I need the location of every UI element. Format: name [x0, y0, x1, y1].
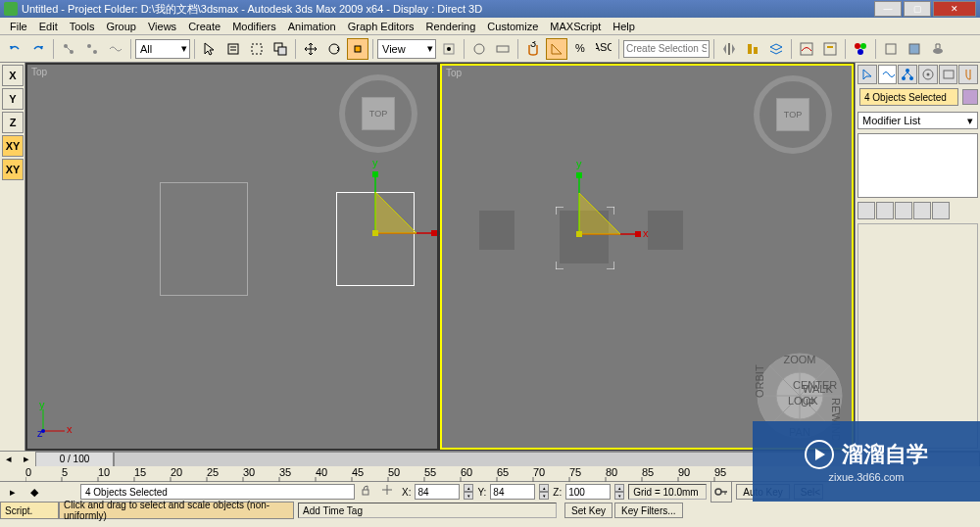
select-scale-button[interactable] — [347, 38, 368, 60]
selection-lock-button[interactable] — [359, 483, 376, 501]
percent-snap-button[interactable]: % — [569, 38, 591, 60]
menu-modifiers[interactable]: Modifiers — [226, 21, 282, 32]
spinner-snap-button[interactable]: ASC — [593, 38, 614, 60]
cp-tab-hierarchy[interactable] — [898, 65, 917, 84]
material-editor-button[interactable] — [850, 38, 871, 60]
track-key-mode-button[interactable]: ◆ — [25, 483, 43, 501]
open-mini-listener-button[interactable]: ▸ — [4, 483, 22, 501]
menu-help[interactable]: Help — [607, 21, 641, 32]
svg-point-115 — [715, 489, 721, 495]
curve-editor-button[interactable] — [796, 38, 817, 60]
object-color-swatch[interactable] — [962, 89, 978, 105]
modifier-stack[interactable] — [858, 133, 978, 198]
rollout-area[interactable] — [858, 223, 978, 449]
y-spin-down[interactable]: ▾ — [539, 492, 549, 500]
remove-modifier-button[interactable] — [913, 202, 931, 219]
menu-customize[interactable]: Customize — [481, 21, 544, 32]
track-next-button[interactable]: ▸ — [18, 452, 35, 467]
transform-type-in-button[interactable] — [380, 483, 398, 501]
axis-x-button[interactable]: X — [2, 65, 24, 86]
menu-edit[interactable]: Edit — [33, 21, 64, 32]
track-prev-button[interactable]: ◂ — [0, 452, 18, 467]
y-spin-up[interactable]: ▴ — [539, 484, 549, 492]
undo-button[interactable] — [4, 38, 25, 60]
menu-maxscript[interactable]: MAXScript — [544, 21, 607, 32]
schematic-view-button[interactable] — [819, 38, 841, 60]
key-filters-button[interactable]: Key Filters... — [614, 503, 683, 518]
select-region-button[interactable] — [246, 38, 268, 60]
render-setup-button[interactable] — [880, 38, 902, 60]
object-box-c[interactable] — [648, 211, 683, 250]
axis-z-button[interactable]: Z — [2, 112, 24, 133]
configure-sets-button[interactable] — [932, 202, 950, 219]
unlink-button[interactable] — [81, 38, 103, 60]
selection-filter-dropdown[interactable]: All — [135, 39, 190, 59]
window-crossing-button[interactable] — [270, 38, 291, 60]
named-sel-set-input[interactable] — [623, 40, 710, 58]
pin-stack-button[interactable] — [858, 202, 875, 219]
menu-graph-editors[interactable]: Graph Editors — [342, 21, 420, 32]
scale-gizmo-left[interactable]: y x — [375, 174, 444, 245]
viewcube-left[interactable]: TOP — [339, 74, 417, 153]
bind-spacewarp-button[interactable] — [105, 38, 126, 60]
align-button[interactable] — [742, 38, 763, 60]
snap-toggle-button[interactable]: 3 — [522, 38, 544, 60]
minimize-button[interactable]: — — [874, 1, 902, 17]
x-spin-up[interactable]: ▴ — [464, 484, 473, 492]
render-button[interactable] — [927, 38, 949, 60]
maximize-button[interactable]: ▢ — [904, 1, 931, 17]
scale-gizmo-right[interactable]: y x — [579, 175, 648, 246]
mirror-button[interactable] — [718, 38, 740, 60]
pivot-center-button[interactable] — [438, 38, 460, 60]
rendered-frame-button[interactable] — [904, 38, 925, 60]
object-name-field[interactable]: 4 Objects Selected — [859, 88, 958, 106]
viewcube-right[interactable]: TOP — [754, 75, 832, 154]
angle-snap-button[interactable] — [546, 38, 567, 60]
menu-views[interactable]: Views — [142, 21, 182, 32]
manipulate-button[interactable] — [468, 38, 490, 60]
main-toolbar: All View 3 % ASC — [0, 35, 980, 63]
axis-xy-button[interactable]: XY — [2, 135, 24, 157]
select-by-name-button[interactable] — [222, 38, 244, 60]
menu-create[interactable]: Create — [182, 21, 226, 32]
key-lock-icon[interactable] — [710, 481, 732, 503]
cp-tab-modify[interactable] — [878, 65, 898, 84]
keyboard-shortcut-button[interactable] — [492, 38, 514, 60]
object-box-1[interactable] — [160, 182, 248, 296]
show-end-result-button[interactable] — [876, 202, 894, 219]
make-unique-button[interactable] — [895, 202, 912, 219]
close-button[interactable]: ✕ — [933, 1, 976, 17]
x-coord-input[interactable]: 84 — [415, 484, 460, 500]
z-coord-input[interactable]: 100 — [565, 484, 611, 500]
select-rotate-button[interactable] — [323, 38, 345, 60]
time-slider[interactable]: 0 / 100 — [35, 452, 114, 467]
axis-xy2-button[interactable]: XY — [2, 159, 24, 180]
menu-file[interactable]: File — [4, 21, 33, 32]
add-time-tag[interactable]: Add Time Tag — [298, 503, 557, 518]
menu-group[interactable]: Group — [100, 21, 142, 32]
set-key-button[interactable]: Set Key — [564, 503, 612, 518]
cp-tab-create[interactable] — [858, 65, 877, 84]
ref-coord-dropdown[interactable]: View — [377, 39, 436, 59]
menu-tools[interactable]: Tools — [64, 21, 101, 32]
y-coord-input[interactable]: 84 — [490, 484, 535, 500]
z-spin-up[interactable]: ▴ — [614, 484, 624, 492]
object-box-a[interactable] — [479, 211, 514, 250]
link-button[interactable] — [58, 38, 79, 60]
cp-tab-motion[interactable] — [918, 65, 938, 84]
select-move-button[interactable] — [300, 38, 321, 60]
x-spin-down[interactable]: ▾ — [464, 492, 473, 500]
cp-tab-display[interactable] — [939, 65, 958, 84]
menu-animation[interactable]: Animation — [282, 21, 342, 32]
viewport-left[interactable]: Top TOP y x — [26, 64, 438, 450]
select-object-button[interactable] — [199, 38, 220, 60]
layers-button[interactable] — [765, 38, 787, 60]
menu-rendering[interactable]: Rendering — [420, 21, 482, 32]
redo-button[interactable] — [27, 38, 49, 60]
viewport-right[interactable]: Top TOP y x — [440, 64, 854, 450]
z-spin-down[interactable]: ▾ — [614, 492, 624, 500]
cp-tab-utilities[interactable] — [958, 65, 978, 84]
axis-y-button[interactable]: Y — [2, 88, 24, 110]
modifier-list-dropdown[interactable]: Modifier List▾ — [858, 112, 978, 129]
svg-rect-22 — [754, 47, 758, 54]
